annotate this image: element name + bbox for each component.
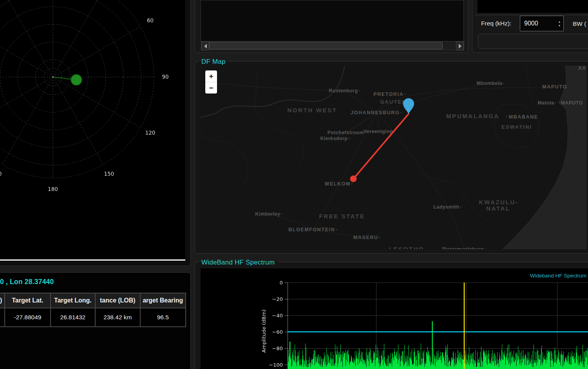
- target-table-row[interactable]: -27.88049 26.81432 238.42 km 96.5: [0, 308, 186, 327]
- top-strip-content: [201, 0, 464, 41]
- freq-label: Freq (kHz):: [481, 20, 512, 27]
- cell-distance-lob: 238.42 km: [95, 308, 140, 327]
- map-label: ESWATINI: [501, 124, 532, 130]
- map-label: Potchefstroom▪: [327, 130, 367, 135]
- map-label: PRETORIA▪: [373, 92, 407, 97]
- map-label: Vereeniging▪: [364, 129, 396, 134]
- map-label: WELKOM▪: [325, 181, 354, 187]
- target-table-header-row: ) Target Lat. Target Long. tance (LOB) a…: [0, 293, 186, 308]
- freq-spinner-arrows: ▲ ▼: [555, 20, 563, 27]
- horizontal-scrollbar[interactable]: [201, 41, 464, 50]
- cell-target-lat: -27.88049: [5, 308, 50, 327]
- df-map-title: DF Map: [201, 58, 226, 66]
- map-label: NORTH WEST: [288, 107, 337, 113]
- wideband-spectrum-chart: [201, 268, 588, 369]
- map-label: NATAL: [486, 205, 510, 212]
- receiver-groupbox-line: [475, 15, 588, 15]
- cell-target-long: 26.81432: [51, 308, 95, 327]
- map-label: BLOEMFONTEIN▪: [288, 227, 338, 232]
- col-freq: ): [0, 293, 5, 308]
- map-label: Ladysmith▪: [433, 204, 462, 210]
- scroll-left-icon: [204, 44, 207, 49]
- df-polar-display: [0, 0, 185, 259]
- map-label: Klerksdorp▪: [320, 136, 350, 141]
- cell-target-bearing: 96.5: [140, 308, 186, 327]
- map-label: Rustenburg▪: [329, 88, 360, 94]
- spectrum-groupbox-line-right: [279, 262, 588, 262]
- station-coordinates-text: 0 , Lon 28.37440: [0, 278, 54, 286]
- receiver-display-area: [478, 0, 588, 13]
- col-target-bearing: arget Bearing: [140, 293, 186, 308]
- map-label: JOHANNESBURG▪: [351, 110, 403, 115]
- map-labels: Rustenburg▪PRETORIA▪GAUTENGNORTH WESTJOH…: [201, 66, 586, 249]
- scroll-right-icon: [459, 44, 461, 49]
- polar-plot-bottom-edge: [0, 259, 185, 261]
- spectrum-groupbox-line-left: [195, 262, 199, 262]
- map-label: ▪MAPUTO: [558, 100, 583, 106]
- map-label: MPUMALANGA: [446, 113, 499, 119]
- col-target-long: Target Long.: [51, 293, 95, 308]
- df-map-groupbox-line-right: [228, 61, 588, 61]
- scrollbar-thumb[interactable]: [209, 42, 443, 49]
- map-label: XAI-: [578, 66, 586, 71]
- col-distance-lob: tance (LOB): [95, 293, 140, 308]
- map-label: MASERU▪: [353, 235, 382, 240]
- map-label: Kimberley▪: [255, 211, 283, 217]
- scroll-left-button[interactable]: [201, 41, 209, 50]
- freq-input[interactable]: [520, 20, 555, 27]
- map-label: Matola▪: [537, 100, 557, 106]
- target-table: ) Target Lat. Target Long. tance (LOB) a…: [0, 293, 186, 327]
- scroll-right-button[interactable]: [456, 41, 464, 50]
- map-label: KWAZULU-: [479, 199, 519, 205]
- app-root: Freq (kHz): ▲ ▼ BW ( DF Map: [0, 0, 588, 369]
- zoom-out-button[interactable]: −: [205, 82, 217, 94]
- spin-up-icon[interactable]: ▲: [558, 20, 561, 23]
- spectrum-title: WideBand HF Spectrum: [201, 259, 275, 266]
- bw-label: BW (: [573, 20, 586, 27]
- map-label: Pietermaritzburg▪: [442, 247, 487, 249]
- map-label: Mbombela▪: [477, 81, 505, 86]
- map-label: MAPUTO: [542, 84, 567, 90]
- zoom-in-button[interactable]: +: [205, 70, 217, 82]
- map-label: GAUTENG: [380, 99, 411, 105]
- map-label: ▪MBABANE: [505, 114, 538, 120]
- cell-freq: [0, 308, 5, 327]
- map-zoom-control: + −: [205, 70, 217, 94]
- df-map-canvas[interactable]: Rustenburg▪PRETORIA▪GAUTENGNORTH WESTJOH…: [201, 66, 586, 249]
- col-target-lat: Target Lat.: [5, 293, 50, 308]
- spin-down-icon[interactable]: ▼: [558, 24, 561, 27]
- receiver-secondary-box: [478, 34, 588, 49]
- map-label: LESOTHO: [389, 246, 425, 250]
- df-map-groupbox-line-left: [195, 61, 199, 61]
- map-label: FREE STATE: [319, 213, 365, 220]
- freq-spinbox[interactable]: ▲ ▼: [520, 16, 564, 31]
